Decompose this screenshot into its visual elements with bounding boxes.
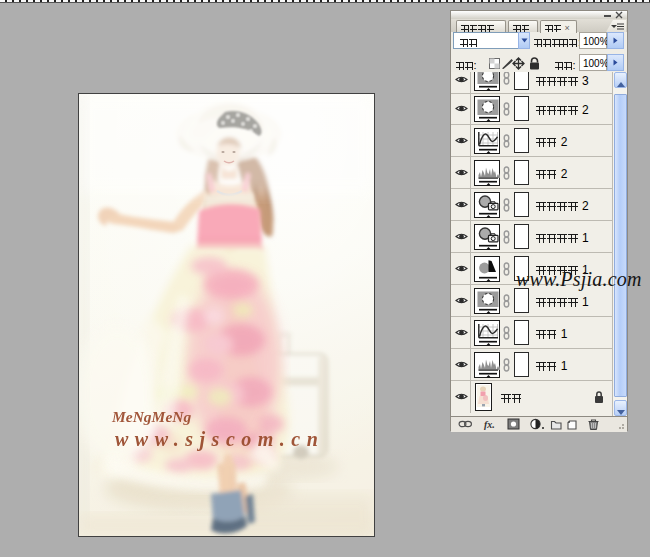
- svg-text:fx.: fx.: [484, 419, 495, 430]
- svg-text:MeNgMeNg: MeNgMeNg: [111, 408, 191, 425]
- svg-text:www.sjscom.cn: www.sjscom.cn: [115, 428, 324, 451]
